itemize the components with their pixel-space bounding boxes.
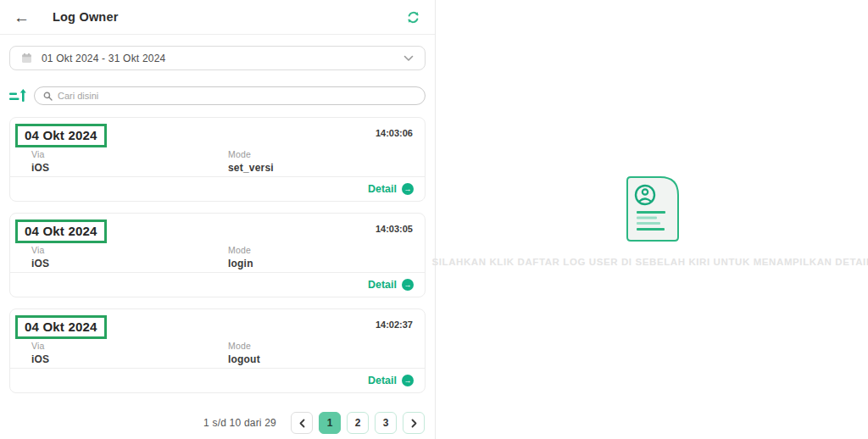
arrow-right-circle-icon: → — [402, 279, 414, 291]
log-card[interactable]: 04 Okt 2024 14:03:05 Via iOS Mode login … — [9, 213, 426, 297]
page-title: Log Owner — [53, 10, 119, 24]
pagination: 1 s/d 10 dari 29 1 2 3 — [0, 412, 435, 434]
date-range-value: 01 Okt 2024 - 31 Okt 2024 — [42, 53, 165, 64]
mode-value: login — [228, 258, 253, 270]
page-next-button[interactable] — [403, 412, 425, 434]
search-icon — [43, 92, 53, 101]
log-owner-screen: ← Log Owner 01 Okt 2024 - — [0, 0, 868, 439]
sort-ascending-icon[interactable] — [9, 88, 28, 103]
log-date-highlighted: 04 Okt 2024 — [15, 124, 107, 147]
page-button-1[interactable]: 1 — [319, 412, 341, 434]
card-fields: Via iOS Mode logout — [10, 341, 425, 365]
search-input[interactable] — [58, 91, 416, 101]
mode-value: set_versi — [228, 162, 274, 174]
via-label: Via — [31, 341, 228, 351]
via-label: Via — [31, 245, 228, 255]
document-with-user-icon — [626, 176, 679, 242]
calendar-icon — [21, 53, 32, 64]
page-button-3[interactable]: 3 — [375, 412, 397, 434]
card-top-row: 04 Okt 2024 14:02:37 — [10, 309, 425, 339]
pagination-summary: 1 s/d 10 dari 29 — [203, 417, 276, 429]
log-time: 14:03:05 — [376, 220, 413, 234]
card-fields: Via iOS Mode set_versi — [10, 149, 425, 174]
log-card[interactable]: 04 Okt 2024 14:02:37 Via iOS Mode logout… — [9, 308, 426, 393]
card-fields: Via iOS Mode login — [10, 245, 425, 270]
refresh-icon[interactable] — [404, 8, 421, 25]
log-date-highlighted: 04 Okt 2024 — [15, 315, 107, 339]
date-range-select[interactable]: 01 Okt 2024 - 31 Okt 2024 — [9, 46, 426, 70]
card-top-row: 04 Okt 2024 14:03:05 — [10, 214, 425, 243]
card-footer: Detail → — [10, 176, 425, 201]
log-time: 14:03:06 — [376, 124, 413, 138]
card-footer: Detail → — [10, 272, 425, 297]
page-prev-button[interactable] — [291, 412, 313, 434]
detail-label: Detail — [368, 183, 397, 195]
arrow-right-circle-icon: → — [402, 375, 414, 386]
mode-label: Mode — [228, 245, 253, 255]
mode-value: logout — [228, 353, 260, 365]
back-arrow-icon[interactable]: ← — [14, 9, 30, 25]
search-box — [34, 86, 426, 105]
detail-link[interactable]: Detail → — [368, 279, 414, 291]
via-value: iOS — [31, 353, 228, 365]
detail-label: Detail — [368, 375, 397, 386]
via-label: Via — [31, 149, 228, 159]
detail-empty-state-panel: SILAHKAN KLIK DAFTAR LOG USER DI SEBELAH… — [437, 0, 868, 439]
card-footer: Detail → — [10, 368, 425, 392]
page-button-2[interactable]: 2 — [347, 412, 369, 434]
panel-header: ← Log Owner — [0, 0, 435, 35]
log-time: 14:02:37 — [376, 315, 413, 330]
search-row — [9, 86, 426, 105]
mode-label: Mode — [228, 341, 260, 351]
log-list-panel: ← Log Owner 01 Okt 2024 - — [0, 0, 436, 439]
detail-label: Detail — [368, 279, 397, 291]
chevron-down-icon — [403, 55, 414, 62]
mode-label: Mode — [228, 149, 274, 159]
arrow-right-circle-icon: → — [402, 183, 414, 195]
detail-link[interactable]: Detail → — [368, 375, 414, 386]
log-date-highlighted: 04 Okt 2024 — [15, 220, 107, 243]
log-card[interactable]: 04 Okt 2024 14:03:06 Via iOS Mode set_ve… — [9, 117, 426, 202]
empty-state-message: SILAHKAN KLIK DAFTAR LOG USER DI SEBELAH… — [431, 257, 868, 267]
card-top-row: 04 Okt 2024 14:03:06 — [10, 118, 425, 147]
detail-link[interactable]: Detail → — [368, 183, 414, 195]
via-value: iOS — [31, 162, 228, 174]
via-value: iOS — [31, 258, 228, 270]
